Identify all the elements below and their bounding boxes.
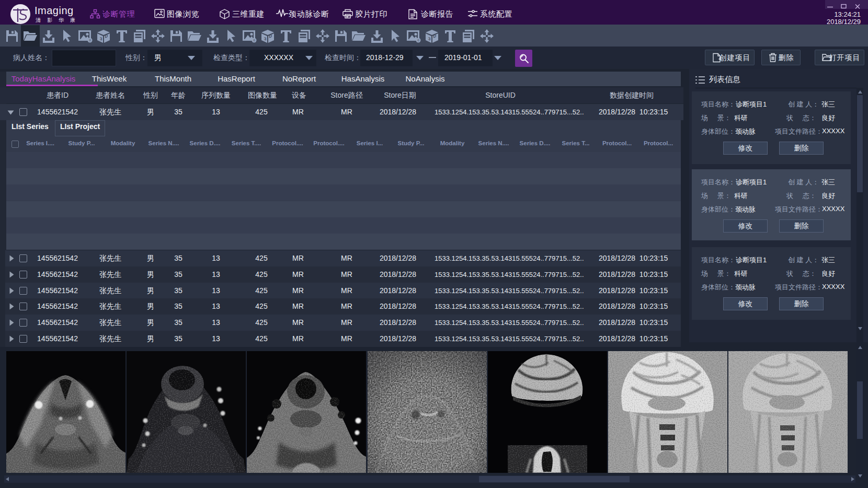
svg-text:D: D (269, 33, 272, 39)
svg-text:3: 3 (428, 36, 431, 41)
svg-text:D: D (105, 33, 108, 39)
svg-text:o: o (89, 38, 91, 42)
svg-text:o: o (417, 38, 419, 42)
svg-text:3: 3 (100, 36, 102, 41)
svg-text:3: 3 (264, 36, 267, 41)
svg-text:o: o (253, 38, 255, 42)
svg-text:D: D (433, 33, 437, 39)
